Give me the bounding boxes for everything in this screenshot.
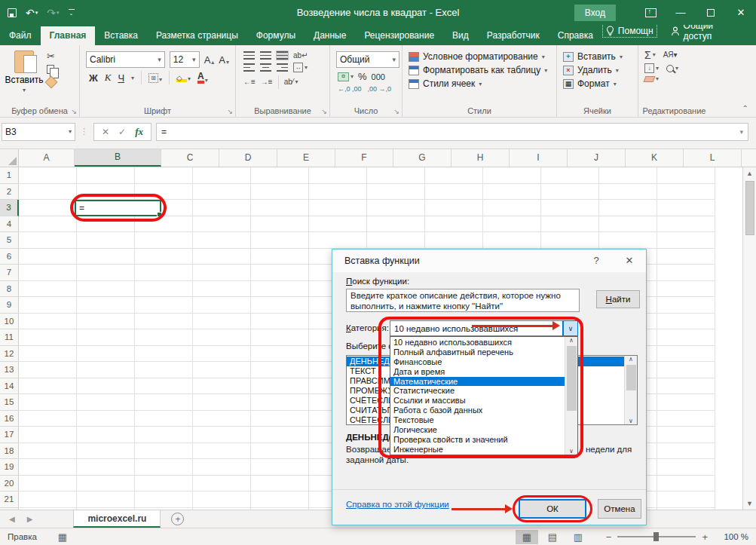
- cell-D2[interactable]: [193, 184, 251, 201]
- align-center-icon[interactable]: [260, 63, 271, 72]
- cell-D22[interactable]: [193, 508, 251, 510]
- sort-filter-icon[interactable]: АЯ▾: [663, 51, 678, 59]
- row-header-10[interactable]: 10: [0, 314, 19, 330]
- align-left-icon[interactable]: [243, 63, 255, 72]
- cell-A16[interactable]: [19, 411, 77, 427]
- cell-A21[interactable]: [19, 491, 77, 508]
- cell-C10[interactable]: [135, 314, 193, 330]
- cell-D13[interactable]: [193, 362, 251, 378]
- cell-G3[interactable]: [367, 200, 425, 216]
- cell-E19[interactable]: [251, 459, 309, 476]
- row-header-16[interactable]: 16: [0, 411, 19, 427]
- cell-B9[interactable]: [77, 297, 135, 314]
- row-header-8[interactable]: 8: [0, 281, 19, 298]
- cell-L14[interactable]: [657, 378, 715, 395]
- cell-A11[interactable]: [19, 329, 77, 346]
- cell-D21[interactable]: [193, 491, 251, 508]
- cell-H3[interactable]: [425, 200, 483, 216]
- find-select-icon[interactable]: ▾: [666, 65, 678, 72]
- row-header-19[interactable]: 19: [0, 459, 19, 476]
- cell-C7[interactable]: [135, 265, 193, 281]
- cell-A15[interactable]: [19, 394, 77, 411]
- minimize-icon[interactable]: —: [666, 0, 696, 25]
- align-top-icon[interactable]: [243, 51, 255, 60]
- cell-C15[interactable]: [135, 394, 193, 411]
- number-format-combo[interactable]: Общий▾: [336, 51, 399, 68]
- cell-B8[interactable]: [77, 281, 135, 298]
- cell-D20[interactable]: [193, 476, 251, 492]
- increase-decimal-icon[interactable]: ←,0 ,00: [338, 85, 362, 93]
- cell-E8[interactable]: [251, 281, 309, 298]
- ribbon-display-options-icon[interactable]: [635, 0, 666, 25]
- selected-cell-B3[interactable]: =: [75, 200, 161, 216]
- number-dialog-launcher-icon[interactable]: ↘: [393, 108, 399, 115]
- tab-developer[interactable]: Разработчик: [478, 26, 549, 45]
- category-dropdown-icon[interactable]: ∨: [563, 321, 577, 335]
- name-box[interactable]: B3 ▾: [2, 123, 75, 141]
- cell-A22[interactable]: [19, 508, 77, 510]
- cell-E11[interactable]: [251, 329, 309, 346]
- confirm-entry-icon[interactable]: ✓: [118, 127, 126, 137]
- cell-L17[interactable]: [657, 427, 715, 443]
- column-header-A[interactable]: A: [19, 149, 75, 167]
- category-option[interactable]: Логические: [390, 425, 565, 435]
- row-header-17[interactable]: 17: [0, 427, 19, 443]
- sheet-nav-left-icon[interactable]: ◀: [9, 515, 15, 523]
- undo-icon[interactable]: ↶▾: [26, 8, 38, 18]
- row-header-14[interactable]: 14: [0, 378, 19, 395]
- font-dialog-launcher-icon[interactable]: ↘: [227, 108, 233, 115]
- category-option[interactable]: Финансовые: [390, 357, 565, 367]
- cell-C2[interactable]: [135, 184, 193, 201]
- row-header-7[interactable]: 7: [0, 265, 19, 281]
- tab-insert[interactable]: Вставка: [95, 26, 147, 45]
- cell-D18[interactable]: [193, 443, 251, 460]
- tab-view[interactable]: Вид: [443, 26, 478, 45]
- row-header-22[interactable]: 22: [0, 508, 19, 510]
- row-header-2[interactable]: 2: [0, 184, 19, 201]
- fill-icon[interactable]: ↓▾: [644, 63, 659, 73]
- cell-B21[interactable]: [77, 491, 135, 508]
- cell-C18[interactable]: [135, 443, 193, 460]
- formula-input[interactable]: = ▾: [156, 123, 748, 141]
- cell-B22[interactable]: [77, 508, 135, 510]
- cell-I1[interactable]: [483, 167, 541, 184]
- cell-K2[interactable]: [599, 184, 657, 201]
- cell-I3[interactable]: [483, 200, 541, 216]
- cell-L11[interactable]: [657, 329, 715, 346]
- zoom-in-icon[interactable]: +: [702, 531, 708, 543]
- category-option[interactable]: Работа с базой данных: [390, 406, 565, 415]
- cell-J3[interactable]: [541, 200, 599, 216]
- cell-A8[interactable]: [19, 281, 77, 298]
- row-header-11[interactable]: 11: [0, 329, 19, 346]
- tab-home[interactable]: Главная: [41, 26, 96, 45]
- cell-A9[interactable]: [19, 297, 77, 314]
- borders-icon[interactable]: ⊞▾: [148, 73, 162, 83]
- cell-A12[interactable]: [19, 346, 77, 363]
- underline-button[interactable]: Ч: [118, 72, 124, 84]
- vertical-scrollbar[interactable]: ▲ ▼: [742, 167, 756, 510]
- tab-file[interactable]: Файл: [0, 26, 41, 45]
- column-header-C[interactable]: C: [161, 149, 219, 167]
- cell-A4[interactable]: [19, 216, 77, 233]
- category-dropdown[interactable]: 10 недавно использовавшихсяПолный алфави…: [390, 336, 578, 455]
- cell-L18[interactable]: [657, 443, 715, 460]
- cell-F3[interactable]: [309, 200, 367, 216]
- cell-B20[interactable]: [77, 476, 135, 492]
- cell-L19[interactable]: [657, 459, 715, 476]
- insert-cells-button[interactable]: +Вставить▾: [563, 51, 623, 62]
- cell-A3[interactable]: [19, 200, 77, 216]
- orientation-icon[interactable]: ab⁄▾: [284, 78, 298, 86]
- dialog-close-icon[interactable]: ✕: [613, 250, 646, 272]
- percent-style-icon[interactable]: %: [358, 71, 367, 82]
- cell-B2[interactable]: [77, 184, 135, 201]
- cell-F2[interactable]: [309, 184, 367, 201]
- category-option[interactable]: 10 недавно использовавшихся: [390, 338, 565, 348]
- zoom-level[interactable]: 100 %: [714, 532, 748, 541]
- bold-button[interactable]: Ж: [89, 72, 98, 84]
- collapse-ribbon-icon[interactable]: ⌃: [742, 104, 748, 112]
- cell-B16[interactable]: [77, 411, 135, 427]
- cell-B7[interactable]: [77, 265, 135, 281]
- shrink-font-icon[interactable]: А▾: [219, 54, 229, 66]
- cell-D14[interactable]: [193, 378, 251, 395]
- alignment-dialog-launcher-icon[interactable]: ↘: [321, 108, 327, 115]
